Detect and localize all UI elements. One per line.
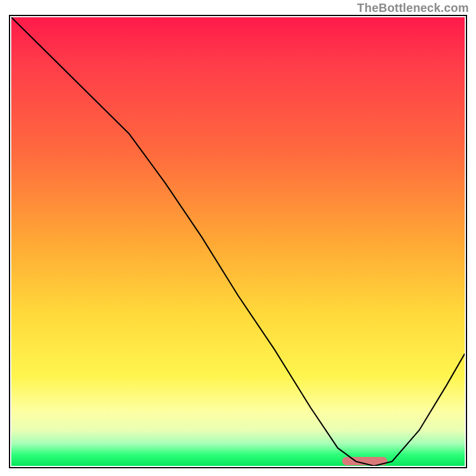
watermark-text: TheBottleneck.com [357, 1, 469, 15]
bottleneck-curve-path [11, 17, 465, 466]
chart-frame [9, 15, 467, 468]
chart-curve-svg [11, 17, 465, 466]
plot-area [11, 17, 465, 466]
